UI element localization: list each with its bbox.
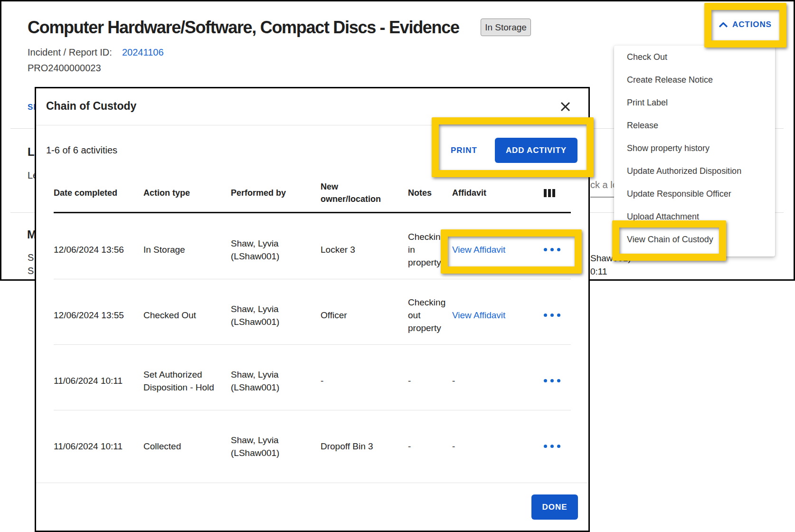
table-row: 12/06/2024 13:56 In Storage Shaw, Lyvia …	[54, 213, 571, 279]
cell-new-owner-location: Officer	[321, 309, 408, 322]
section-label-fragment: L	[28, 145, 35, 159]
add-activity-button[interactable]: ADD ACTIVITY	[495, 138, 577, 163]
cell-action-type: In Storage	[143, 243, 231, 256]
page-title: Computer Hardware/Software, Compact Disc…	[28, 18, 459, 38]
table-row: 12/06/2024 13:55 Checked Out Shaw, Lyvia…	[54, 279, 571, 344]
actions-menu: Check Out Create Release Notice Print La…	[614, 46, 775, 256]
page: Computer Hardware/Software, Compact Disc…	[0, 0, 795, 532]
menu-item-update-authorized-disposition[interactable]: Update Authorized Disposition	[614, 160, 775, 182]
column-header-notes: Notes	[408, 187, 452, 199]
menu-item-view-chain-of-custody[interactable]: View Chain of Custody	[614, 228, 775, 251]
cell-affidavit: -	[452, 374, 544, 387]
row-menu-button[interactable]	[544, 379, 571, 382]
cell-performed-by: Shaw, Lyvia (LShaw001)	[231, 434, 321, 459]
menu-item-show-property-history[interactable]: Show property history	[614, 137, 775, 160]
cell-notes: Checking in property	[408, 230, 452, 269]
cell-affidavit: -	[452, 440, 544, 453]
more-horizontal-icon	[544, 314, 571, 317]
column-header-affidavit: Affidavit	[452, 187, 544, 199]
close-button[interactable]	[558, 100, 572, 113]
field-label-fragment: S	[28, 266, 34, 276]
more-horizontal-icon	[544, 379, 571, 382]
status-badge: In Storage	[481, 19, 531, 36]
column-picker-button[interactable]	[544, 189, 571, 197]
modal-header-divider	[36, 125, 588, 125]
cell-date-completed: 12/06/2024 13:55	[54, 309, 143, 322]
column-header-date-completed: Date completed	[54, 187, 143, 199]
timestamp-fragment: 0:11	[590, 266, 607, 277]
modal-title: Chain of Custody	[46, 100, 136, 113]
done-button[interactable]: DONE	[531, 494, 578, 520]
cell-performed-by: Shaw, Lyvia (LShaw001)	[231, 303, 321, 328]
cell-notes: -	[408, 374, 452, 387]
location-input-underline	[590, 197, 614, 198]
cell-action-type: Set Authorized Disposition - Hold	[143, 368, 231, 394]
incident-report-label: Incident / Report ID:	[28, 47, 112, 58]
view-column-icon	[544, 189, 571, 197]
table-header-row: Date completed Action type Performed by …	[54, 173, 571, 212]
column-header-performed-by: Performed by	[231, 187, 321, 199]
field-label-fragment: S	[28, 252, 34, 263]
cell-performed-by: Shaw, Lyvia (LShaw001)	[231, 237, 321, 263]
close-icon	[560, 101, 571, 112]
menu-item-release[interactable]: Release	[614, 114, 775, 137]
cell-action-type: Collected	[143, 440, 231, 453]
column-header-action-type: Action type	[143, 187, 231, 199]
table-row: 11/06/2024 10:11 Collected Shaw, Lyvia (…	[54, 410, 571, 475]
menu-item-upload-attachment[interactable]: Upload Attachment	[614, 205, 775, 228]
cell-new-owner-location: Locker 3	[321, 243, 408, 256]
column-header-new-owner-location: New owner/location	[321, 180, 408, 205]
more-horizontal-icon	[544, 445, 571, 448]
chevron-up-icon	[719, 22, 728, 28]
modal-footer-divider	[36, 483, 588, 483]
view-affidavit-link[interactable]: View Affidavit	[452, 243, 544, 256]
menu-item-print-label[interactable]: Print Label	[614, 91, 775, 114]
table-row: 11/06/2024 10:11 Set Authorized Disposit…	[54, 344, 571, 410]
menu-item-create-release-notice[interactable]: Create Release Notice	[614, 68, 775, 91]
more-horizontal-icon	[544, 248, 571, 251]
row-menu-button[interactable]	[544, 248, 571, 251]
menu-item-check-out[interactable]: Check Out	[614, 46, 775, 68]
chain-of-custody-modal: Chain of Custody 1-6 of 6 activities PRI…	[35, 87, 590, 532]
activities-count: 1-6 of 6 activities	[46, 138, 117, 163]
actions-button-label: ACTIONS	[732, 20, 772, 29]
row-menu-button[interactable]	[544, 445, 571, 448]
cell-notes: Checking out property	[408, 296, 452, 334]
cell-action-type: Checked Out	[143, 309, 231, 322]
actions-button[interactable]: ACTIONS	[719, 16, 785, 34]
cell-date-completed: 11/06/2024 10:11	[54, 374, 143, 387]
cell-new-owner-location: -	[321, 374, 408, 387]
cell-performed-by: Shaw, Lyvia (LShaw001)	[231, 368, 321, 394]
menu-item-update-responsible-officer[interactable]: Update Responsible Officer	[614, 182, 775, 205]
cell-date-completed: 12/06/2024 13:56	[54, 243, 143, 256]
cell-date-completed: 11/06/2024 10:11	[54, 440, 143, 453]
row-menu-button[interactable]	[544, 314, 571, 317]
incident-report-link[interactable]: 20241106	[122, 47, 164, 58]
cell-new-owner-location: Dropoff Bin 3	[321, 440, 408, 453]
property-id: PRO2400000023	[28, 63, 101, 74]
print-button[interactable]: PRINT	[439, 138, 489, 163]
cell-notes: -	[408, 440, 452, 453]
view-affidavit-link[interactable]: View Affidavit	[452, 309, 544, 322]
